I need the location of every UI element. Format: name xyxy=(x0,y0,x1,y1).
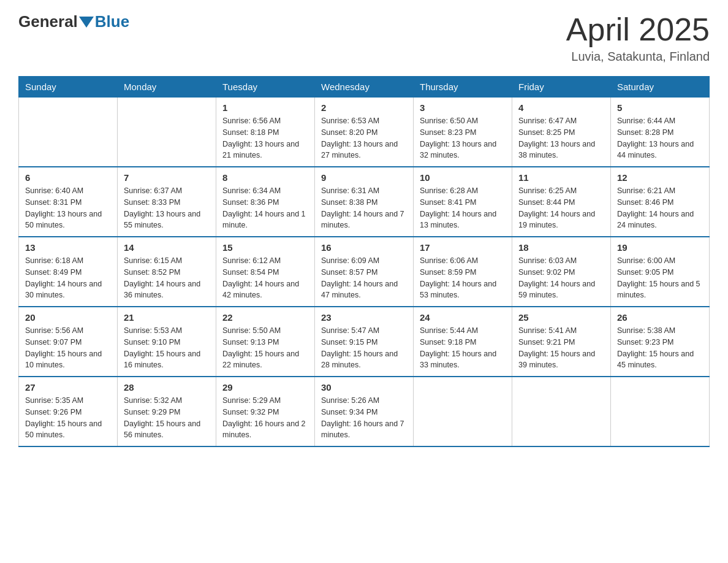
week-row-3: 13Sunrise: 6:18 AMSunset: 8:49 PMDayligh… xyxy=(19,237,710,307)
day-info: Sunrise: 6:44 AMSunset: 8:28 PMDaylight:… xyxy=(617,115,703,161)
day-cell: 29Sunrise: 5:29 AMSunset: 9:32 PMDayligh… xyxy=(216,377,315,446)
day-cell: 28Sunrise: 5:32 AMSunset: 9:29 PMDayligh… xyxy=(118,377,216,446)
day-cell: 30Sunrise: 5:26 AMSunset: 9:34 PMDayligh… xyxy=(315,377,414,446)
day-info: Sunrise: 6:31 AMSunset: 8:38 PMDaylight:… xyxy=(321,185,407,231)
day-cell: 8Sunrise: 6:34 AMSunset: 8:36 PMDaylight… xyxy=(216,167,315,237)
logo-text: General Blue xyxy=(18,12,129,31)
header-sunday: Sunday xyxy=(19,77,118,98)
day-number: 27 xyxy=(25,382,111,393)
day-number: 29 xyxy=(222,382,308,393)
day-info: Sunrise: 5:44 AMSunset: 9:18 PMDaylight:… xyxy=(420,325,506,371)
day-cell: 22Sunrise: 5:50 AMSunset: 9:13 PMDayligh… xyxy=(216,307,315,377)
header-wednesday: Wednesday xyxy=(315,77,414,98)
day-info: Sunrise: 6:40 AMSunset: 8:31 PMDaylight:… xyxy=(25,185,111,231)
day-info: Sunrise: 5:50 AMSunset: 9:13 PMDaylight:… xyxy=(222,325,308,371)
day-number: 14 xyxy=(124,242,210,253)
day-cell: 18Sunrise: 6:03 AMSunset: 9:02 PMDayligh… xyxy=(512,237,611,307)
day-number: 26 xyxy=(617,312,703,323)
day-number: 9 xyxy=(321,172,407,183)
logo-general: General xyxy=(18,12,78,31)
week-row-1: 1Sunrise: 6:56 AMSunset: 8:18 PMDaylight… xyxy=(19,98,710,167)
day-cell xyxy=(611,377,710,446)
day-number: 6 xyxy=(25,172,111,183)
day-info: Sunrise: 5:26 AMSunset: 9:34 PMDaylight:… xyxy=(321,395,407,441)
day-number: 11 xyxy=(518,172,604,183)
day-cell xyxy=(19,98,118,167)
day-number: 30 xyxy=(321,382,407,393)
day-number: 23 xyxy=(321,312,407,323)
day-number: 21 xyxy=(124,312,210,323)
day-info: Sunrise: 6:12 AMSunset: 8:54 PMDaylight:… xyxy=(222,255,308,301)
day-number: 16 xyxy=(321,242,407,253)
day-info: Sunrise: 5:53 AMSunset: 9:10 PMDaylight:… xyxy=(124,325,210,371)
day-info: Sunrise: 6:25 AMSunset: 8:44 PMDaylight:… xyxy=(518,185,604,231)
day-number: 10 xyxy=(420,172,506,183)
day-info: Sunrise: 6:09 AMSunset: 8:57 PMDaylight:… xyxy=(321,255,407,301)
day-info: Sunrise: 5:56 AMSunset: 9:07 PMDaylight:… xyxy=(25,325,111,371)
day-cell: 19Sunrise: 6:00 AMSunset: 9:05 PMDayligh… xyxy=(611,237,710,307)
day-cell: 1Sunrise: 6:56 AMSunset: 8:18 PMDaylight… xyxy=(216,98,315,167)
day-cell: 10Sunrise: 6:28 AMSunset: 8:41 PMDayligh… xyxy=(414,167,512,237)
day-info: Sunrise: 5:47 AMSunset: 9:15 PMDaylight:… xyxy=(321,325,407,371)
title-block: April 2025 Luvia, Satakunta, Finland xyxy=(566,12,710,64)
day-cell: 14Sunrise: 6:15 AMSunset: 8:52 PMDayligh… xyxy=(118,237,216,307)
day-info: Sunrise: 6:50 AMSunset: 8:23 PMDaylight:… xyxy=(420,115,506,161)
page-header: General Blue April 2025 Luvia, Satakunta… xyxy=(18,12,710,64)
day-number: 15 xyxy=(222,242,308,253)
day-number: 12 xyxy=(617,172,703,183)
day-cell: 20Sunrise: 5:56 AMSunset: 9:07 PMDayligh… xyxy=(19,307,118,377)
day-cell: 15Sunrise: 6:12 AMSunset: 8:54 PMDayligh… xyxy=(216,237,315,307)
calendar-title: April 2025 xyxy=(566,12,710,47)
day-number: 4 xyxy=(518,102,604,113)
day-number: 1 xyxy=(222,102,308,113)
calendar-subtitle: Luvia, Satakunta, Finland xyxy=(566,50,710,64)
day-info: Sunrise: 6:03 AMSunset: 9:02 PMDaylight:… xyxy=(518,255,604,301)
day-cell: 16Sunrise: 6:09 AMSunset: 8:57 PMDayligh… xyxy=(315,237,414,307)
header-saturday: Saturday xyxy=(611,77,710,98)
day-info: Sunrise: 5:35 AMSunset: 9:26 PMDaylight:… xyxy=(25,395,111,441)
day-number: 28 xyxy=(124,382,210,393)
day-info: Sunrise: 5:29 AMSunset: 9:32 PMDaylight:… xyxy=(222,395,308,441)
day-number: 2 xyxy=(321,102,407,113)
header-thursday: Thursday xyxy=(414,77,512,98)
day-info: Sunrise: 5:32 AMSunset: 9:29 PMDaylight:… xyxy=(124,395,210,441)
day-number: 5 xyxy=(617,102,703,113)
day-number: 17 xyxy=(420,242,506,253)
week-row-4: 20Sunrise: 5:56 AMSunset: 9:07 PMDayligh… xyxy=(19,307,710,377)
logo: General Blue xyxy=(18,12,129,31)
week-row-5: 27Sunrise: 5:35 AMSunset: 9:26 PMDayligh… xyxy=(19,377,710,446)
day-number: 24 xyxy=(420,312,506,323)
day-cell: 2Sunrise: 6:53 AMSunset: 8:20 PMDaylight… xyxy=(315,98,414,167)
day-cell: 12Sunrise: 6:21 AMSunset: 8:46 PMDayligh… xyxy=(611,167,710,237)
calendar-header-row: SundayMondayTuesdayWednesdayThursdayFrid… xyxy=(19,77,710,98)
day-info: Sunrise: 6:47 AMSunset: 8:25 PMDaylight:… xyxy=(518,115,604,161)
day-info: Sunrise: 6:53 AMSunset: 8:20 PMDaylight:… xyxy=(321,115,407,161)
day-info: Sunrise: 6:15 AMSunset: 8:52 PMDaylight:… xyxy=(124,255,210,301)
day-number: 7 xyxy=(124,172,210,183)
day-cell: 23Sunrise: 5:47 AMSunset: 9:15 PMDayligh… xyxy=(315,307,414,377)
header-friday: Friday xyxy=(512,77,611,98)
day-cell xyxy=(512,377,611,446)
logo-triangle-icon xyxy=(79,17,94,28)
day-info: Sunrise: 6:37 AMSunset: 8:33 PMDaylight:… xyxy=(124,185,210,231)
day-number: 18 xyxy=(518,242,604,253)
day-info: Sunrise: 6:00 AMSunset: 9:05 PMDaylight:… xyxy=(617,255,703,301)
day-info: Sunrise: 6:28 AMSunset: 8:41 PMDaylight:… xyxy=(420,185,506,231)
day-cell xyxy=(414,377,512,446)
day-cell: 5Sunrise: 6:44 AMSunset: 8:28 PMDaylight… xyxy=(611,98,710,167)
day-cell: 27Sunrise: 5:35 AMSunset: 9:26 PMDayligh… xyxy=(19,377,118,446)
day-cell: 6Sunrise: 6:40 AMSunset: 8:31 PMDaylight… xyxy=(19,167,118,237)
week-row-2: 6Sunrise: 6:40 AMSunset: 8:31 PMDaylight… xyxy=(19,167,710,237)
day-cell: 24Sunrise: 5:44 AMSunset: 9:18 PMDayligh… xyxy=(414,307,512,377)
day-cell: 26Sunrise: 5:38 AMSunset: 9:23 PMDayligh… xyxy=(611,307,710,377)
day-info: Sunrise: 6:21 AMSunset: 8:46 PMDaylight:… xyxy=(617,185,703,231)
day-cell: 21Sunrise: 5:53 AMSunset: 9:10 PMDayligh… xyxy=(118,307,216,377)
day-number: 22 xyxy=(222,312,308,323)
day-cell: 9Sunrise: 6:31 AMSunset: 8:38 PMDaylight… xyxy=(315,167,414,237)
day-number: 13 xyxy=(25,242,111,253)
day-info: Sunrise: 6:18 AMSunset: 8:49 PMDaylight:… xyxy=(25,255,111,301)
day-number: 20 xyxy=(25,312,111,323)
day-info: Sunrise: 6:06 AMSunset: 8:59 PMDaylight:… xyxy=(420,255,506,301)
calendar-table: SundayMondayTuesdayWednesdayThursdayFrid… xyxy=(18,76,710,447)
day-cell: 3Sunrise: 6:50 AMSunset: 8:23 PMDaylight… xyxy=(414,98,512,167)
